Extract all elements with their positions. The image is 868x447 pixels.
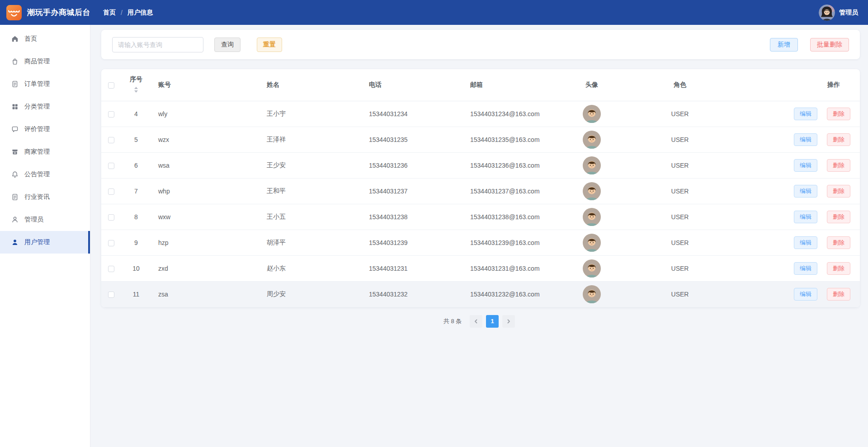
edit-button[interactable]: 编辑: [794, 133, 817, 146]
edit-button[interactable]: 编辑: [794, 185, 817, 198]
search-toolbar: 查询 重置 新增 批量删除: [101, 30, 860, 59]
add-button[interactable]: 新增: [770, 38, 798, 52]
delete-button[interactable]: 删除: [827, 133, 850, 146]
delete-button[interactable]: 删除: [827, 236, 850, 249]
home-icon: [11, 35, 19, 42]
row-checkbox[interactable]: [108, 240, 114, 246]
edit-button[interactable]: 编辑: [794, 108, 817, 120]
cell-avatar: [558, 204, 626, 230]
row-checkbox[interactable]: [108, 214, 114, 221]
table-row: 4 wly 王小宇 15344031234 15344031234@163.co…: [101, 101, 860, 127]
cell-name: 王小五: [259, 204, 362, 230]
sidebar: 首页 商品管理 订单管理 分类管理: [0, 25, 90, 447]
row-checkbox[interactable]: [108, 188, 114, 195]
cell-name: 王小宇: [259, 101, 362, 127]
admin-name-label: 管理员: [839, 9, 858, 17]
user-avatar: [583, 105, 601, 123]
cell-role: USER: [626, 101, 734, 127]
sidebar-item-reviews[interactable]: 评价管理: [0, 118, 90, 141]
query-button[interactable]: 查询: [214, 38, 241, 52]
users-table-card: 序号 账号 姓名 电话 邮箱 头像 角色: [101, 69, 860, 307]
storefront-icon: [6, 5, 22, 20]
select-all-checkbox[interactable]: [108, 82, 114, 89]
edit-button[interactable]: 编辑: [794, 211, 817, 223]
admin-avatar[interactable]: [819, 5, 835, 21]
cell-name: 周少安: [259, 281, 362, 307]
edit-button[interactable]: 编辑: [794, 262, 817, 275]
table-header-row: 序号 账号 姓名 电话 邮箱 头像 角色: [101, 69, 860, 101]
edit-button[interactable]: 编辑: [794, 159, 817, 172]
sidebar-item-label: 商家管理: [24, 148, 50, 156]
sidebar-item-products[interactable]: 商品管理: [0, 50, 90, 73]
cell-avatar: [558, 178, 626, 204]
sidebar-item-users[interactable]: 用户管理: [0, 231, 90, 254]
row-checkbox[interactable]: [108, 292, 114, 298]
breadcrumb-home[interactable]: 首页: [103, 9, 116, 17]
sidebar-item-announcements[interactable]: 公告管理: [0, 163, 90, 186]
cell-index: 4: [121, 101, 151, 127]
cell-actions: 编辑 删除: [734, 152, 860, 178]
cell-account: whp: [151, 178, 259, 204]
cell-account: hzp: [151, 230, 259, 255]
delete-button[interactable]: 删除: [827, 108, 850, 120]
cell-phone: 15344031232: [362, 281, 463, 307]
chevron-right-icon[interactable]: [502, 315, 515, 328]
edit-button[interactable]: 编辑: [794, 288, 817, 301]
cell-actions: 编辑 删除: [734, 101, 860, 127]
user-avatar: [583, 208, 601, 226]
sidebar-item-categories[interactable]: 分类管理: [0, 95, 90, 118]
sidebar-item-orders[interactable]: 订单管理: [0, 73, 90, 95]
cell-email: 15344031236@163.com: [463, 152, 558, 178]
cell-role: USER: [626, 281, 734, 307]
cell-name: 王少安: [259, 152, 362, 178]
cell-account: zxd: [151, 255, 259, 281]
batch-delete-button[interactable]: 批量删除: [810, 38, 849, 52]
column-header-index-sort[interactable]: 序号: [130, 75, 142, 94]
pagination-page-1[interactable]: 1: [486, 315, 499, 328]
cell-account: wzx: [151, 127, 259, 152]
cell-index: 11: [121, 281, 151, 307]
row-checkbox[interactable]: [108, 163, 114, 169]
delete-button[interactable]: 删除: [827, 288, 850, 301]
top-header: 潮玩手办商城后台 首页 / 用户信息: [0, 0, 868, 25]
table-row: 8 wxw 王小五 15344031238 15344031238@163.co…: [101, 204, 860, 230]
cell-actions: 编辑 删除: [734, 230, 860, 255]
sort-caret-icon: [134, 85, 138, 94]
delete-button[interactable]: 删除: [827, 185, 850, 198]
sidebar-item-industry-news[interactable]: 行业资讯: [0, 186, 90, 208]
column-header-role: 角色: [626, 69, 734, 101]
user-avatar: [583, 156, 601, 174]
cell-phone: 15344031238: [362, 204, 463, 230]
breadcrumb-separator: /: [121, 9, 123, 16]
edit-button[interactable]: 编辑: [794, 236, 817, 249]
user-filled-icon: [11, 239, 19, 246]
row-checkbox[interactable]: [108, 266, 114, 272]
cell-account: zsa: [151, 281, 259, 307]
pagination: 共 8 条 1: [90, 315, 868, 328]
user-avatar: [583, 234, 601, 252]
breadcrumb-current: 用户信息: [127, 9, 153, 17]
sidebar-item-label: 公告管理: [24, 170, 50, 179]
cell-account: wly: [151, 101, 259, 127]
cell-index: 6: [121, 152, 151, 178]
comment-icon: [11, 126, 19, 133]
column-header-email: 邮箱: [463, 69, 558, 101]
account-search-input[interactable]: [112, 37, 203, 52]
cell-role: USER: [626, 127, 734, 152]
cell-index: 9: [121, 230, 151, 255]
sidebar-item-merchants[interactable]: 商家管理: [0, 141, 90, 163]
chevron-left-icon[interactable]: [470, 315, 482, 328]
cell-email: 15344031239@163.com: [463, 230, 558, 255]
delete-button[interactable]: 删除: [827, 262, 850, 275]
cell-name: 赵小东: [259, 255, 362, 281]
sidebar-item-home[interactable]: 首页: [0, 28, 90, 50]
reset-button[interactable]: 重置: [257, 38, 282, 52]
sidebar-item-label: 用户管理: [24, 238, 50, 246]
cell-email: 15344031238@163.com: [463, 204, 558, 230]
row-checkbox[interactable]: [108, 137, 114, 143]
row-checkbox[interactable]: [108, 111, 114, 118]
delete-button[interactable]: 删除: [827, 211, 850, 223]
app-title: 潮玩手办商城后台: [27, 7, 90, 18]
sidebar-item-admins[interactable]: 管理员: [0, 208, 90, 231]
delete-button[interactable]: 删除: [827, 159, 850, 172]
